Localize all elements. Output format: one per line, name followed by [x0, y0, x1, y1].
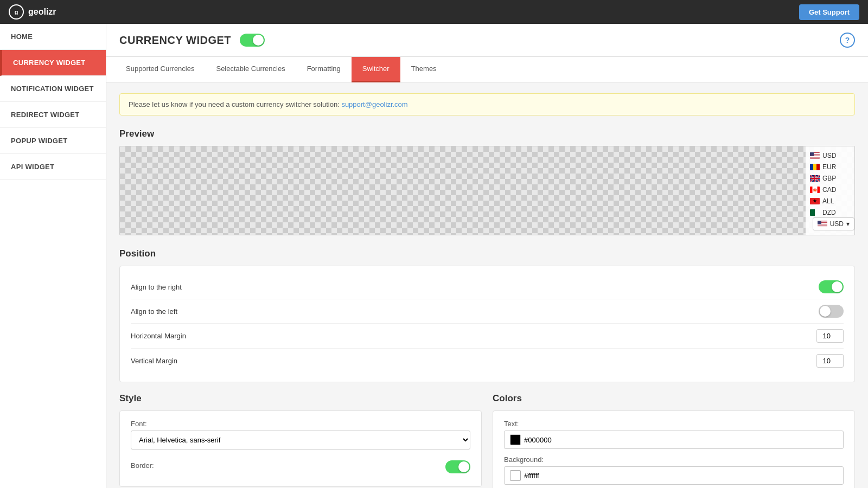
sidebar-item-home[interactable]: HOME	[0, 24, 106, 50]
layout: HOME CURRENCY WIDGET NOTIFICATION WIDGET…	[0, 24, 868, 488]
notice-text: Please let us know if you need a custom …	[129, 100, 340, 108]
position-card: Align to the right Align to the left	[119, 266, 855, 382]
text-color-input[interactable]	[524, 436, 838, 444]
page-header: CURRENCY WIDGET ?	[106, 24, 868, 57]
svg-rect-7	[813, 164, 816, 170]
text-color-swatch[interactable]	[510, 434, 521, 445]
vertical-margin-label: Vertical Margin	[131, 357, 177, 365]
preview-currency-dzd[interactable]: DZD	[808, 208, 852, 217]
tabs-bar: Supported Currencies Selectable Currenci…	[106, 57, 868, 82]
align-left-row: Align to the left	[131, 299, 844, 324]
toggle-track	[240, 34, 265, 47]
selected-currency-code: USD	[830, 220, 844, 228]
align-right-row: Align to the right	[131, 275, 844, 299]
support-button[interactable]: Get Support	[799, 4, 859, 20]
preview-currency-eur[interactable]: EUR	[808, 162, 852, 172]
horizontal-margin-value	[816, 329, 844, 343]
horizontal-margin-row: Horizontal Margin	[131, 324, 844, 349]
svg-rect-30	[818, 221, 821, 224]
tab-themes[interactable]: Themes	[400, 57, 448, 82]
notice-link[interactable]: support@geolizr.com	[341, 100, 407, 108]
border-toggle[interactable]	[445, 460, 470, 473]
preview-currency-usd[interactable]: USD	[808, 151, 852, 160]
main-content: CURRENCY WIDGET ? Supported Currencies S…	[106, 24, 868, 488]
background-color-label: Background:	[504, 455, 844, 464]
currency-code-eur: EUR	[822, 163, 836, 171]
svg-rect-6	[810, 164, 813, 170]
toggle-thumb	[253, 35, 264, 46]
text-color-group: Text:	[504, 420, 844, 449]
align-right-label: Align to the right	[131, 283, 182, 291]
font-label: Font:	[131, 420, 470, 428]
style-heading: Style	[119, 393, 482, 404]
vertical-margin-value	[816, 354, 844, 368]
svg-rect-17	[810, 178, 820, 179]
page-title: CURRENCY WIDGET	[119, 34, 231, 47]
preview-currency-cad[interactable]: 🍁 CAD	[808, 185, 852, 195]
currency-code-cad: CAD	[822, 186, 836, 194]
font-select[interactable]: Arial, Helvetica, sans-serif Georgia, se…	[131, 431, 470, 450]
horizontal-margin-label: Horizontal Margin	[131, 332, 186, 340]
currency-code-gbp: GBP	[822, 175, 836, 182]
style-card: Font: Arial, Helvetica, sans-serif Georg…	[119, 410, 482, 487]
preview-currency-gbp[interactable]: GBP	[808, 174, 852, 183]
help-icon[interactable]: ?	[840, 33, 855, 48]
bg-color-swatch[interactable]	[510, 470, 521, 481]
brand: g geolizr	[9, 4, 56, 20]
vertical-margin-input[interactable]	[816, 354, 844, 368]
preview-currency-all[interactable]: ALL	[808, 196, 852, 206]
svg-rect-28	[818, 224, 827, 226]
align-left-toggle[interactable]	[819, 305, 844, 318]
sidebar-item-redirect-widget[interactable]: REDIRECT WIDGET	[0, 102, 106, 128]
colors-heading: Colors	[493, 393, 855, 404]
border-row: Border:	[131, 456, 470, 478]
currency-code-dzd: DZD	[822, 209, 836, 216]
currency-code-usd: USD	[822, 152, 836, 159]
colors-card: Text: Background:	[493, 410, 855, 488]
svg-rect-3	[810, 156, 820, 157]
position-heading: Position	[119, 248, 855, 259]
svg-rect-24	[810, 209, 815, 216]
logo-icon: g	[9, 4, 24, 20]
page-title-row: CURRENCY WIDGET	[119, 34, 265, 47]
dropdown-arrow-icon: ▾	[846, 220, 850, 228]
sidebar-item-notification-widget[interactable]: NOTIFICATION WIDGET	[0, 76, 106, 102]
notice-bar: Please let us know if you need a custom …	[119, 93, 855, 115]
preview-area: USD EUR	[119, 146, 855, 235]
svg-text:🍁: 🍁	[813, 188, 818, 192]
align-left-label: Align to the left	[131, 307, 177, 316]
preview-selected-currency[interactable]: USD ▾	[813, 217, 854, 230]
style-section: Style Font: Arial, Helvetica, sans-serif…	[119, 393, 482, 488]
page-toggle[interactable]	[240, 34, 265, 47]
tab-supported-currencies[interactable]: Supported Currencies	[115, 57, 205, 82]
content-area: Please let us know if you need a custom …	[106, 82, 868, 488]
style-colors-section: Style Font: Arial, Helvetica, sans-serif…	[119, 393, 855, 488]
bg-color-input[interactable]	[524, 472, 838, 480]
tab-switcher[interactable]: Switcher	[352, 57, 400, 82]
horizontal-margin-input[interactable]	[816, 329, 844, 343]
brand-name: geolizr	[28, 7, 56, 17]
svg-rect-4	[810, 158, 820, 159]
tab-formatting[interactable]: Formatting	[296, 57, 352, 82]
navbar: g geolizr Get Support	[0, 0, 868, 24]
svg-rect-29	[818, 226, 827, 227]
currency-code-all: ALL	[822, 197, 834, 205]
sidebar-item-currency-widget[interactable]: CURRENCY WIDGET	[0, 50, 106, 76]
colors-section: Colors Text: Background:	[493, 393, 855, 488]
font-group: Font: Arial, Helvetica, sans-serif Georg…	[131, 420, 470, 450]
border-label: Border:	[131, 461, 154, 470]
tab-selectable-currencies[interactable]: Selectable Currencies	[205, 57, 296, 82]
sidebar-item-api-widget[interactable]: API WIDGET	[0, 154, 106, 180]
vertical-margin-row: Vertical Margin	[131, 349, 844, 373]
svg-rect-5	[810, 152, 814, 156]
sidebar: HOME CURRENCY WIDGET NOTIFICATION WIDGET…	[0, 24, 106, 488]
preview-heading: Preview	[119, 129, 855, 139]
sidebar-item-popup-widget[interactable]: POPUP WIDGET	[0, 128, 106, 154]
text-color-label: Text:	[504, 420, 844, 428]
align-right-toggle[interactable]	[819, 280, 844, 293]
background-color-group: Background:	[504, 455, 844, 485]
svg-rect-8	[816, 164, 820, 170]
